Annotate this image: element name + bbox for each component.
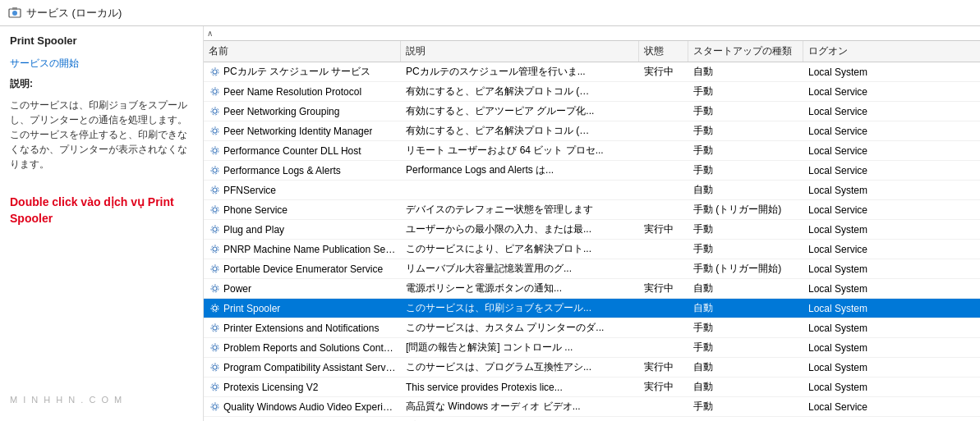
header-desc[interactable]: 説明 <box>401 41 639 62</box>
service-desc-cell: デバイスのテレフォニー状態を管理します <box>401 200 639 219</box>
service-startup-cell: 手動 <box>688 397 803 416</box>
table-row[interactable]: Problem Reports and Solutions Control ..… <box>204 338 980 358</box>
service-startup-cell: 手動 <box>688 220 803 239</box>
svg-point-30 <box>211 324 219 332</box>
annotation-text: Double click vào dịch vụ Print Spooler <box>10 194 193 227</box>
table-row[interactable]: Peer Networking Identity Manager有効にすると、ピ… <box>204 121 980 141</box>
service-desc-cell: このサービスは、プログラム互換性アシ... <box>401 358 639 377</box>
window-title: サービス (ローカル) <box>26 6 122 21</box>
service-desc-cell: 有効にすると、ピア名解決プロトコル (… <box>401 82 639 101</box>
header-status[interactable]: 状態 <box>639 41 688 62</box>
svg-point-20 <box>211 226 219 233</box>
svg-point-25 <box>213 286 217 291</box>
table-row[interactable]: Printer Extensions and Notificationsこのサー… <box>204 318 980 338</box>
service-desc-cell: 有効にすると、ピア名解決プロトコル (… <box>401 121 639 140</box>
service-status-cell: 実行中 <box>639 358 688 377</box>
service-desc-cell: リモート ユーザーおよび 64 ビット プロセ... <box>401 141 639 160</box>
service-status-cell <box>639 318 688 337</box>
service-name-cell: Portable Device Enumerator Service <box>204 259 401 278</box>
service-startup-cell: 自動 <box>688 279 803 298</box>
service-name-text: Problem Reports and Solutions Control ..… <box>223 342 396 354</box>
service-desc-cell: PCカルテのスケジュール管理を行いま... <box>401 62 639 81</box>
service-logon-cell: Local System <box>803 181 902 199</box>
service-name-text: Protexis Licensing V2 <box>223 382 318 393</box>
service-desc-cell: 高品質な Windows オーディオ ビデオ... <box>401 397 639 416</box>
svg-point-19 <box>213 227 217 231</box>
service-status-cell: 実行中 <box>639 378 688 396</box>
service-name-text: Plug and Play <box>223 224 284 236</box>
svg-point-38 <box>211 403 219 410</box>
service-logon-cell: Local Service <box>803 82 902 101</box>
table-row[interactable]: Performance Counter DLL Hostリモート ユーザーおよび… <box>204 141 980 161</box>
service-name-text: PCカルテ スケジュール サービス <box>223 65 370 79</box>
table-row[interactable]: Program Compatibility Assistant Serviceこ… <box>204 358 980 378</box>
service-startup-cell: 手動 (トリガー開始) <box>688 259 803 278</box>
service-status-cell <box>639 397 688 416</box>
service-desc-cell: このサービスは、カスタム プリンターのダ... <box>401 318 639 337</box>
svg-point-4 <box>211 68 219 76</box>
watermark: M I N H H N . C O M <box>10 395 193 413</box>
svg-point-5 <box>213 89 217 94</box>
header-logon[interactable]: ログオン <box>803 41 902 62</box>
service-startup-cell: 手動 <box>688 121 803 140</box>
service-startup-cell: 手動 <box>688 240 803 259</box>
table-row[interactable]: Performance Logs & AlertsPerformance Log… <box>204 161 980 181</box>
desc-label: 説明: <box>10 78 33 89</box>
table-row[interactable]: PFNService自動Local System <box>204 181 980 200</box>
service-startup-cell: 自動 <box>688 62 803 81</box>
service-status-cell <box>639 102 688 121</box>
service-icon <box>209 283 220 295</box>
service-status-cell <box>639 161 688 180</box>
svg-point-1 <box>12 11 17 16</box>
svg-point-31 <box>213 345 217 350</box>
svg-point-26 <box>211 285 219 292</box>
service-status-cell <box>639 299 688 318</box>
service-name-text: Print Spooler <box>223 303 280 314</box>
service-desc-cell: This service provides Protexis lice... <box>401 378 639 396</box>
service-name-text: Quality Windows Audio Video Experience <box>223 401 396 413</box>
table-row[interactable]: PNRP Machine Name Publication Serviceこのサ… <box>204 240 980 259</box>
service-status-cell <box>639 240 688 259</box>
table-row[interactable]: Print Spoolerこのサービスは、印刷ジョブをスプール...自動Loca… <box>204 299 980 318</box>
table-row[interactable]: Peer Name Resolution Protocol有効にすると、ピア名解… <box>204 82 980 102</box>
service-name-cell: Peer Name Resolution Protocol <box>204 82 401 101</box>
service-name-text: Peer Networking Grouping <box>223 106 339 117</box>
start-service-link[interactable]: サービスの開始 <box>10 57 193 71</box>
header-name[interactable]: 名前 <box>204 41 401 62</box>
table-row[interactable]: Quality Windows Audio Video Experience高品… <box>204 397 980 417</box>
table-row[interactable]: Plug and Playユーザーからの最小限の入力、または最...実行中手動L… <box>204 220 980 240</box>
service-logon-cell: Local Service <box>803 141 902 160</box>
table-row[interactable]: Portable Device Enumerator Serviceリムーバブル… <box>204 259 980 279</box>
service-logon-cell: Local System <box>803 378 902 396</box>
service-name-text: Power <box>223 283 251 295</box>
service-startup-cell: 手動 <box>688 318 803 337</box>
header-startup[interactable]: スタートアップの種類 <box>688 41 803 62</box>
service-name-text: Phone Service <box>223 204 288 216</box>
table-row[interactable]: Remote Access Auto Connection Manag...プロ… <box>204 417 980 421</box>
service-status-cell: 実行中 <box>639 220 688 239</box>
service-logon-cell: Local System <box>803 338 902 357</box>
table-row[interactable]: Protexis Licensing V2This service provid… <box>204 378 980 397</box>
service-desc-cell: [問題の報告と解決策] コントロール ... <box>401 338 639 357</box>
service-icon <box>209 165 220 176</box>
service-logon-cell: Local Service <box>803 102 902 121</box>
table-row[interactable]: PCカルテ スケジュール サービスPCカルテのスケジュール管理を行いま...実行… <box>204 62 980 82</box>
service-status-cell <box>639 181 688 199</box>
service-name-cell: Peer Networking Identity Manager <box>204 121 401 140</box>
svg-point-34 <box>211 364 219 371</box>
service-name-cell: Print Spooler <box>204 299 401 318</box>
service-desc-cell: このサービスは、印刷ジョブをスプール... <box>401 299 639 318</box>
service-status-cell <box>639 200 688 219</box>
svg-point-12 <box>211 147 219 154</box>
table-row[interactable]: Phone Serviceデバイスのテレフォニー状態を管理します手動 (トリガー… <box>204 200 980 220</box>
service-name-cell: Printer Extensions and Notifications <box>204 318 401 337</box>
service-name-heading: Print Spooler <box>10 34 193 47</box>
service-name-text: Printer Extensions and Notifications <box>223 323 379 334</box>
table-body[interactable]: PCカルテ スケジュール サービスPCカルテのスケジュール管理を行いま...実行… <box>204 62 980 421</box>
table-row[interactable]: Power電源ポリシーと電源ボタンの通知...実行中自動Local System <box>204 279 980 299</box>
svg-point-27 <box>213 306 217 310</box>
service-name-cell: Program Compatibility Assistant Service <box>204 358 401 377</box>
service-icon <box>209 401 220 413</box>
table-row[interactable]: Peer Networking Grouping有効にすると、ピアツーピア グル… <box>204 102 980 121</box>
service-logon-cell: Local System <box>803 220 902 239</box>
